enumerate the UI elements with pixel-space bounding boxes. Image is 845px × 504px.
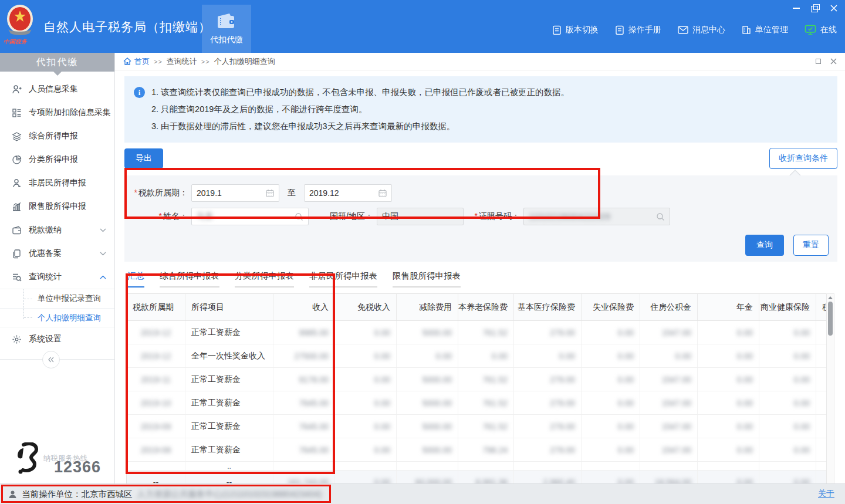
sidebar-item-query-statistics[interactable]: 查询统计: [0, 265, 114, 289]
tab-classified-income[interactable]: 分类所得申报表: [235, 270, 295, 287]
tab-label: 代扣代缴: [210, 35, 243, 45]
page-close-icon[interactable]: [830, 58, 837, 65]
sidebar-subitem-personal-withholding-query[interactable]: 个人扣缴明细查询: [0, 308, 114, 327]
sidebar-item-label: 分类所得申报: [29, 154, 106, 165]
tab-summary[interactable]: 汇总: [127, 270, 144, 287]
notice-line-3: 3. 由于数据处理的滞后性，建议您在申报成功3天之后再来查询最新的申报数据。: [151, 118, 569, 135]
hotline-12366: 纳税服务热线 12366: [15, 442, 87, 476]
menu-message-center[interactable]: 消息中心: [678, 25, 725, 35]
list-icon: [12, 108, 22, 118]
menu-version-switch[interactable]: 版本切换: [552, 25, 599, 35]
user-icon: [8, 490, 17, 499]
cell-tax_free: 0.00: [335, 321, 397, 344]
cell-item: --: [185, 471, 273, 483]
result-tabs: 汇总 综合所得申报表 分类所得申报表 非居民所得申报表 限售股所得申报表: [127, 270, 837, 287]
sidebar-item-restricted-shares[interactable]: 限售股所得申报: [0, 195, 114, 218]
sidebar-item-tax-payment[interactable]: 税款缴纳: [0, 218, 114, 242]
sidebar-collapse-divider: [0, 359, 114, 377]
sidebar-subitem-unit-declaration-query[interactable]: 单位申报记录查询: [0, 289, 114, 308]
bar-chart-icon: [12, 202, 22, 212]
calendar-icon[interactable]: [266, 189, 274, 197]
table-row[interactable]: 2019-12全年一次性奖金收入27500.000.000.000.000.00…: [127, 344, 826, 368]
tab-comprehensive-income[interactable]: 综合所得申报表: [160, 270, 219, 287]
cell-health: 0.00: [759, 344, 816, 367]
calendar-icon[interactable]: [378, 189, 387, 197]
table-row[interactable]: 2019-12正常工资薪金9985.000.005000.00761.52279…: [127, 321, 826, 344]
cell-item: ..: [185, 462, 273, 470]
cell-health: [759, 462, 816, 470]
menu-label: 在线: [820, 25, 837, 35]
top-menu: 版本切换 操作手册 消息中心 单位管理 在线: [552, 25, 837, 35]
cell-unemployment: 0.00: [582, 415, 640, 438]
table-row[interactable]: 2019-10正常工资薪金7645.000.005000.00761.52279…: [127, 391, 826, 415]
collapse-query-button[interactable]: 收折查询条件: [769, 148, 837, 169]
sidebar-item-label: 综合所得申报: [29, 131, 106, 141]
table-row[interactable]: ..: [127, 462, 826, 471]
tab-nonresident-income[interactable]: 非居民所得申报表: [309, 270, 377, 287]
vertical-scrollbar[interactable]: [826, 293, 834, 483]
sidebar-item-nonresident-income[interactable]: 非居民所得申报: [0, 171, 114, 195]
menu-unit-management[interactable]: 单位管理: [742, 25, 788, 35]
data-table: 税款所属期所得项目收入免税收入减除费用基本养老保险费基本医疗保险费失业保险费住房…: [126, 293, 826, 483]
cell-annuity: 0.00: [698, 391, 759, 414]
sidebar-header: 代扣代缴: [0, 53, 114, 72]
cell-annuity: 0.00: [698, 321, 759, 344]
period-from-input[interactable]: 2019.1: [191, 184, 279, 202]
period-to-input[interactable]: 2019.12: [304, 184, 392, 202]
sidebar-item-system-settings[interactable]: 系统设置: [0, 327, 114, 351]
cell-pension: 0.00: [458, 344, 514, 367]
notice-panel: i 1. 该查询统计表仅能查询已申报成功的数据，不包含未申报、申报失败，已申报但…: [124, 76, 837, 143]
sidebar-item-preferential-filing[interactable]: 优惠备案: [0, 242, 114, 265]
table-row[interactable]: 2019-09正常工资薪金7645.000.005000.00761.52279…: [127, 415, 826, 438]
cell-deduction: 5000.00: [397, 321, 458, 344]
cell-tax_free: 0.00: [335, 471, 397, 483]
tab-restricted-shares[interactable]: 限售股所得申报表: [393, 270, 461, 287]
id-number-input[interactable]: 110102199304222329: [523, 208, 670, 225]
restore-icon[interactable]: [811, 4, 819, 12]
sidebar-item-special-deduction[interactable]: 专项附加扣除信息采集: [0, 101, 114, 124]
about-link[interactable]: 关于: [818, 489, 834, 499]
cell-housing: [640, 462, 698, 470]
cell-annuity: 0.00: [698, 438, 759, 461]
menu-online-status[interactable]: 在线: [805, 25, 837, 35]
cell-income: 9985.00: [273, 321, 335, 344]
cell-deduction: 5000.00: [397, 368, 458, 391]
minimize-icon[interactable]: [792, 4, 800, 12]
sidebar-item-personnel-info[interactable]: 人员信息采集: [0, 77, 114, 101]
cell-pension: [458, 462, 514, 470]
search-icon[interactable]: [295, 212, 303, 221]
column-header-item: 所得项目: [185, 294, 273, 320]
column-header-housing: 住房公积金: [640, 294, 698, 320]
page-maximize-icon[interactable]: [816, 59, 821, 64]
column-header-tax_free: 免税收入: [335, 294, 397, 320]
search-button[interactable]: 查询: [745, 235, 784, 256]
cell-income: 9178.00: [273, 368, 335, 391]
statusbar: 当前操作单位：北京市西城区 人力资源公共服务中心(121101023198804…: [0, 483, 845, 504]
cell-deduction: 0.00: [397, 344, 458, 367]
tab-daikou-daijiao[interactable]: 代扣代缴: [202, 5, 251, 53]
cell-deduction: [397, 462, 458, 470]
menu-label: 操作手册: [628, 25, 661, 35]
sidebar-item-classified-income[interactable]: 分类所得申报: [0, 148, 114, 171]
cell-pension: 798.24: [458, 438, 514, 461]
table-row[interactable]: 2019-11正常工资薪金9178.000.005000.00761.52279…: [127, 368, 826, 391]
table-summary-row[interactable]: ----161,743.000.0060,000.008,991.362,960…: [127, 471, 826, 483]
collapse-sidebar-button[interactable]: [42, 351, 60, 368]
name-input[interactable]: 马某: [191, 208, 309, 225]
cell-health: 0.00: [759, 391, 816, 414]
required-mark: *: [159, 211, 162, 221]
sidebar-item-label: 非居民所得申报: [29, 178, 106, 188]
name-label: *姓名：: [124, 211, 188, 222]
breadcrumb-home[interactable]: 首页: [123, 56, 150, 67]
search-icon[interactable]: [656, 212, 665, 221]
cell-pension: 8,991.36: [458, 471, 514, 483]
sidebar-item-comprehensive-income[interactable]: 综合所得申报: [0, 124, 114, 148]
table-row[interactable]: 2019-08正常工资薪金7645.000.005000.00798.24279…: [127, 438, 826, 462]
vertical-scroll-thumb[interactable]: [828, 302, 833, 336]
export-button[interactable]: 导出: [124, 148, 163, 168]
cell-housing: 1547.00: [640, 438, 698, 461]
scroll-up-icon[interactable]: [827, 294, 834, 301]
menu-manual[interactable]: 操作手册: [615, 25, 661, 35]
reset-button[interactable]: 重置: [793, 235, 829, 256]
close-icon[interactable]: [830, 4, 838, 12]
